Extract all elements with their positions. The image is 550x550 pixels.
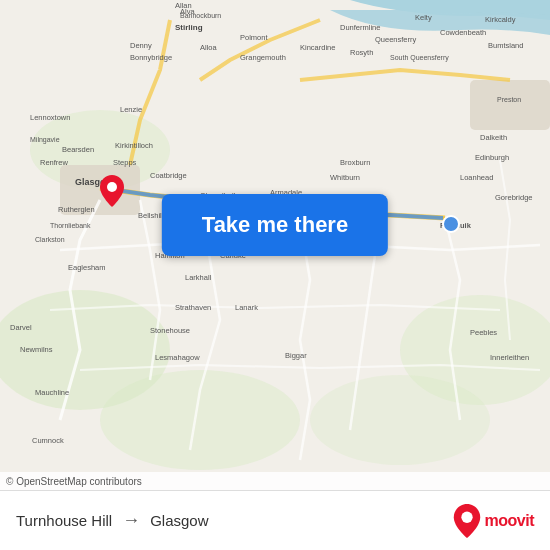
moovit-pin-icon [453,504,481,538]
svg-text:Stonehouse: Stonehouse [150,326,190,335]
map-attribution: © OpenStreetMap contributors [0,472,550,490]
svg-text:Rosyth: Rosyth [350,48,373,57]
moovit-brand-text: moovit [485,512,534,530]
svg-text:Queensferry: Queensferry [375,35,417,44]
svg-text:Allan: Allan [175,1,192,10]
svg-text:Alloa: Alloa [200,43,218,52]
svg-text:Cowdenbeath: Cowdenbeath [440,28,486,37]
svg-text:Lenzie: Lenzie [120,105,142,114]
svg-text:Bearsden: Bearsden [62,145,94,154]
svg-text:Biggar: Biggar [285,351,307,360]
svg-text:Newmilns: Newmilns [20,345,53,354]
attribution-text: © OpenStreetMap contributors [6,476,142,487]
svg-text:Clarkston: Clarkston [35,236,65,243]
svg-text:Milngavie: Milngavie [30,136,60,144]
svg-text:Darvel: Darvel [10,323,32,332]
svg-text:Lesmahagow: Lesmahagow [155,353,200,362]
svg-text:Loanhead: Loanhead [460,173,493,182]
svg-text:Lanark: Lanark [235,303,258,312]
route-label: Turnhouse Hill → Glasgow [16,510,453,531]
svg-text:Lennoxtown: Lennoxtown [30,113,70,122]
svg-text:Kirkintilloch: Kirkintilloch [115,141,153,150]
svg-text:Bonnybridge: Bonnybridge [130,53,172,62]
svg-text:Broxburn: Broxburn [340,158,370,167]
svg-text:South Queensferry: South Queensferry [390,54,449,62]
take-me-there-button[interactable]: Take me there [162,194,388,256]
svg-rect-7 [470,80,550,130]
svg-text:Cumnock: Cumnock [32,436,64,445]
arrow-icon: → [122,510,140,531]
svg-text:Rutherglen: Rutherglen [58,205,95,214]
svg-text:Preston: Preston [497,96,521,103]
svg-text:Eaglesham: Eaglesham [68,263,106,272]
svg-text:Dalkeith: Dalkeith [480,133,507,142]
svg-text:Innerleithen: Innerleithen [490,353,529,362]
svg-text:Peebles: Peebles [470,328,497,337]
svg-text:Larkhall: Larkhall [185,273,212,282]
svg-text:Kirkcaldy: Kirkcaldy [485,15,516,24]
bottom-bar: Turnhouse Hill → Glasgow moovit [0,490,550,550]
svg-text:Stirling: Stirling [175,23,203,32]
svg-text:Grangemouth: Grangemouth [240,53,286,62]
svg-point-2 [100,370,300,470]
svg-text:Denny: Denny [130,41,152,50]
origin-marker [100,175,124,211]
svg-point-69 [443,216,459,232]
svg-text:Mauchline: Mauchline [35,388,69,397]
map-container: Glasgow Bearsden Kirkintilloch Renfrew R… [0,0,550,490]
svg-text:Dunfermline: Dunfermline [340,23,380,32]
svg-point-68 [107,182,117,192]
svg-text:Whitburn: Whitburn [330,173,360,182]
svg-text:Bumtsland: Bumtsland [488,41,523,50]
route-from: Turnhouse Hill [16,512,112,529]
svg-point-70 [461,511,472,522]
svg-point-4 [310,375,490,465]
svg-text:Bellshill: Bellshill [138,211,164,220]
svg-text:Edinburgh: Edinburgh [475,153,509,162]
svg-text:Coatbridge: Coatbridge [150,171,187,180]
route-to: Glasgow [150,512,208,529]
svg-text:Stepps: Stepps [113,158,137,167]
svg-text:Strathaven: Strathaven [175,303,211,312]
moovit-logo: moovit [453,504,534,538]
svg-text:Thornliebank: Thornliebank [50,222,91,229]
destination-marker [442,215,460,237]
svg-text:Kincardine: Kincardine [300,43,335,52]
svg-text:Polmont: Polmont [240,33,268,42]
svg-text:Kelty: Kelty [415,13,432,22]
svg-text:Renfrew: Renfrew [40,158,69,167]
svg-text:Gorebridge: Gorebridge [495,193,533,202]
